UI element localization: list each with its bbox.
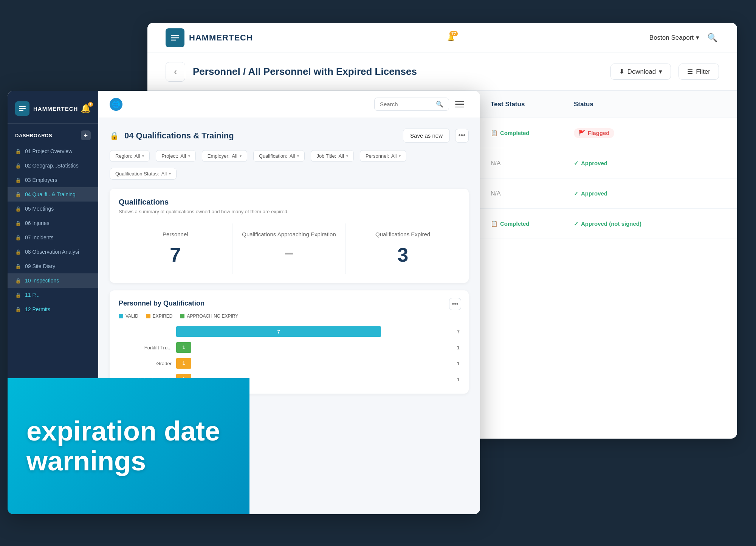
chart-row-count: 7 (457, 329, 460, 335)
search-bar[interactable]: 🔍 (374, 98, 449, 111)
sidebar-item-05[interactable]: 🔒 05 Meetings (8, 202, 98, 216)
filter-button[interactable]: ☰ Filter (679, 64, 719, 80)
sidebar-item-label: 10 Inspections (25, 278, 59, 284)
status-text: Approved (581, 190, 607, 197)
back-search-icon[interactable]: 🔍 (705, 31, 719, 45)
main-content: 🌐 🔍 🔒 04 Qualifications & Training Save … (98, 91, 480, 514)
sidebar-logo-text: HAMMERTECH (33, 105, 78, 112)
chart-bar-area: 1 (176, 342, 449, 353)
filter-label: Personnel: (366, 153, 389, 159)
legend-expired-label: EXPIRED (153, 313, 173, 319)
cell-status: ✓ Approved (574, 190, 657, 197)
filter-label: Qualification: (259, 153, 287, 159)
filter-personnel[interactable]: Personnel: All ▾ (360, 150, 407, 162)
download-icon: ⬇ (619, 68, 624, 76)
dashboard-title-row: 🔒 04 Qualifications & Training Save as n… (110, 129, 469, 143)
save-as-new-button[interactable]: Save as new (403, 129, 450, 143)
filter-project[interactable]: Project: All ▾ (156, 150, 196, 162)
chevron-down-icon: ▾ (659, 68, 662, 76)
lock-icon: 🔒 (15, 163, 21, 169)
qualifications-title: Qualifications (119, 198, 460, 206)
chart-row-1: 7 7 (119, 326, 460, 337)
sidebar-item-11[interactable]: 🔒 11 P... (8, 288, 98, 302)
sidebar-item-06[interactable]: 🔒 06 Injuries (8, 216, 98, 230)
download-button[interactable]: ⬇ Download ▾ (610, 64, 671, 80)
chart-row-count: 1 (457, 361, 460, 366)
location-text: Boston Seaport (649, 34, 694, 42)
cell-teststatus: 📋 Completed (491, 130, 574, 136)
legend-approaching-label: APPROACHING EXPIRY (187, 313, 238, 319)
check-icon: 📋 (491, 220, 498, 227)
cell-teststatus: N/A (491, 190, 574, 197)
sidebar-item-04[interactable]: 🔒 04 Qualifi...& Training (8, 187, 98, 202)
location-selector[interactable]: Boston Seaport ▾ (649, 34, 699, 42)
lock-icon: 🔒 (15, 220, 21, 226)
status-text: Flagged (588, 130, 610, 136)
chart-row-count: 1 (457, 345, 460, 351)
stat-expired: Qualifications Expired 3 (346, 223, 460, 274)
qualifications-subtitle: Shows a summary of qualifications owned … (119, 209, 460, 214)
sidebar-item-07[interactable]: 🔒 07 Incidents (8, 230, 98, 245)
globe-icon: 🌐 (110, 98, 122, 111)
sidebar-item-09[interactable]: 🔒 09 Site Diary (8, 259, 98, 273)
back-button[interactable]: ‹ (166, 62, 185, 82)
filter-jobtitle[interactable]: Job Title: All ▾ (311, 150, 353, 162)
lock-icon: 🔒 (15, 177, 21, 183)
sidebar-item-label: 08 Observation Analysi (25, 249, 79, 255)
status-badge: 🚩 Flagged (574, 128, 614, 138)
back-logo-box (166, 28, 184, 47)
lock-icon: 🔒 (15, 235, 21, 240)
filter-employer[interactable]: Employer: All ▾ (202, 150, 247, 162)
sidebar-item-label: 07 Incidents (25, 234, 54, 240)
sidebar-item-03[interactable]: 🔒 03 Employers (8, 173, 98, 187)
filter-value: All (391, 153, 397, 159)
sidebar-item-label: 06 Injuries (25, 220, 50, 226)
menu-button[interactable] (455, 98, 469, 111)
chevron-left-icon: ‹ (174, 67, 177, 77)
back-notification-bell[interactable]: 🔔 77 (443, 30, 459, 45)
cell-teststatus: 📋 Completed (491, 220, 574, 227)
chart-row-count: 1 (457, 377, 460, 382)
status-badge: ✓ Approved (574, 160, 607, 167)
filter-label: Job Title: (316, 153, 336, 159)
sidebar-item-label: 11 P... (25, 292, 40, 298)
chart-three-dots-button[interactable]: ••• (449, 298, 461, 310)
overlay-text-block: expiration date warnings (98, 378, 249, 514)
dashboard-lock-icon: 🔒 (110, 131, 119, 140)
sidebar-item-10[interactable]: 🔒 10 Inspections (8, 273, 98, 288)
sidebar-item-label: 05 Meetings (25, 206, 54, 212)
filter-label: Qualification Status: (115, 171, 159, 177)
lock-icon: 🔒 (15, 307, 21, 312)
col-header-status: Status (574, 101, 657, 108)
lock-icon: 🔒 (15, 206, 21, 212)
sidebar-item-01[interactable]: 🔒 01 Project Overview (8, 144, 98, 158)
add-dashboard-button[interactable]: + (81, 130, 91, 140)
sidebar-item-02[interactable]: 🔒 02 Geograp...Statistics (8, 158, 98, 173)
filter-region[interactable]: Region: All ▾ (110, 150, 150, 162)
search-input[interactable] (380, 101, 433, 107)
hamburger-line (455, 101, 464, 102)
sidebar-item-08[interactable]: 🔒 08 Observation Analysi (8, 245, 98, 259)
lock-icon: 🔒 (15, 264, 21, 269)
chevron-down-icon: ▾ (399, 154, 401, 158)
status-badge: ✓ Approved (574, 190, 607, 197)
lock-icon: 🔒 (15, 192, 21, 197)
back-header: ‹ Personnel / All Personnel with Expired… (147, 53, 737, 91)
filter-icon: ☰ (687, 68, 693, 76)
filter-qualstatus[interactable]: Qualification Status: All ▾ (110, 168, 177, 180)
filter-qualification[interactable]: Qualification: All ▾ (253, 150, 305, 162)
filter-value: All (161, 171, 167, 177)
stats-grid: Personnel 7 Qualifications Approaching E… (119, 223, 460, 274)
sidebar-item-12[interactable]: 🔒 12 Permits (8, 302, 98, 316)
chart-row-2: Forklift Tru... 1 1 (119, 342, 460, 353)
three-dots-button[interactable]: ••• (455, 129, 469, 143)
hamburger-line (455, 104, 464, 105)
check-icon: ✓ (574, 190, 579, 197)
test-status-text: Completed (500, 220, 530, 227)
bar-approaching: 1 (176, 342, 191, 353)
chevron-down-icon: ▾ (169, 172, 171, 176)
sidebar-notification-bell[interactable]: 🔔 7 (81, 104, 91, 113)
filter-label: Region: (115, 153, 132, 159)
bar-expired: 1 (176, 358, 191, 369)
plus-icon: + (84, 132, 88, 140)
